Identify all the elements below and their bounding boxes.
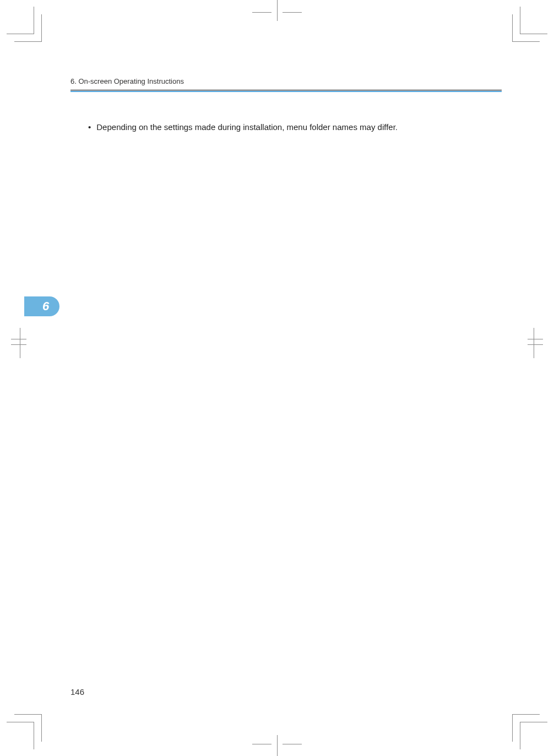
page-content: 6. On-screen Operating Instructions • De… bbox=[70, 77, 502, 695]
chapter-tab: 6 bbox=[24, 296, 59, 316]
crop-mark-tr-inner bbox=[512, 14, 540, 42]
crop-mark-right-center-vertical bbox=[534, 328, 534, 358]
crop-mark-tl-inner bbox=[14, 14, 42, 42]
header-divider bbox=[70, 91, 502, 92]
crop-mark-top-center-vertical bbox=[277, 0, 278, 21]
chapter-number: 6 bbox=[42, 299, 49, 314]
crop-mark-bl-inner bbox=[14, 714, 42, 742]
bullet-icon: • bbox=[88, 122, 91, 132]
crop-mark-bottom-center-vertical bbox=[277, 735, 278, 756]
crop-mark-br-inner bbox=[512, 714, 540, 742]
running-header: 6. On-screen Operating Instructions bbox=[70, 77, 502, 90]
crop-mark-left-center-vertical bbox=[20, 328, 20, 358]
page-number: 146 bbox=[70, 687, 84, 696]
body-text: Depending on the settings made during in… bbox=[96, 122, 398, 132]
body-paragraph: • Depending on the settings made during … bbox=[70, 122, 502, 132]
